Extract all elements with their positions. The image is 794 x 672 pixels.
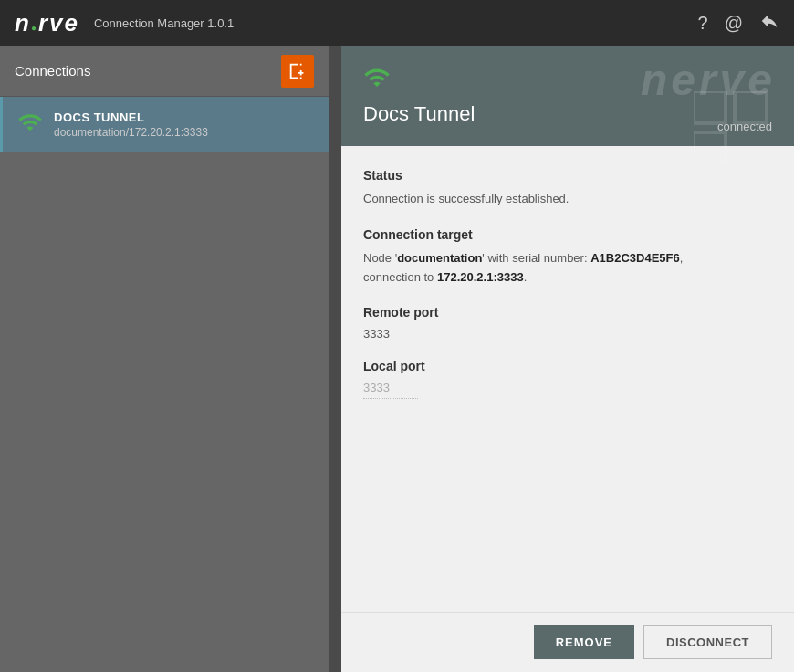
connection-list: DOCS TUNNEL documentation/172.20.2.1:333… — [0, 97, 329, 672]
app-logo: n●rve — [15, 9, 79, 37]
footer-buttons: REMOVE DISCONNECT — [341, 612, 794, 672]
connection-item-info: DOCS TUNNEL documentation/172.20.2.1:333… — [54, 110, 208, 139]
header-left: n●rve Connection Manager 1.0.1 — [15, 9, 234, 37]
remote-port-value: 3333 — [363, 327, 772, 341]
header-right: ? @ — [698, 11, 779, 36]
node-name: documentation — [397, 251, 482, 265]
app-title: Connection Manager 1.0.1 — [94, 16, 234, 30]
banner-status: connected — [717, 120, 772, 133]
disconnect-button[interactable]: DISCONNECT — [643, 625, 772, 659]
help-icon[interactable]: ? — [698, 13, 708, 34]
main-layout: Connections DOCS TUNNEL documentation/17… — [0, 46, 794, 672]
local-port-label: Local port — [363, 359, 772, 373]
sidebar-header: Connections — [0, 46, 329, 97]
right-panel: nerve Docs Tunnel connected Status Conne… — [341, 46, 794, 672]
connection-item[interactable]: DOCS TUNNEL documentation/172.20.2.1:333… — [0, 97, 329, 152]
status-section-label: Status — [363, 168, 772, 183]
local-port-value: 3333 — [363, 381, 418, 399]
connection-target-text: Node 'documentation' with serial number:… — [363, 249, 772, 288]
at-icon[interactable]: @ — [725, 13, 743, 34]
banner-title: Docs Tunnel — [363, 102, 772, 126]
connection-banner: nerve Docs Tunnel connected — [341, 46, 794, 146]
details-panel: Status Connection is successfully establ… — [341, 146, 794, 612]
panel-divider — [329, 46, 341, 672]
sidebar: Connections DOCS TUNNEL documentation/17… — [0, 46, 329, 672]
connection-network-icon — [17, 110, 43, 139]
remote-port-label: Remote port — [363, 305, 772, 320]
target-ip: 172.20.2.1:3333 — [437, 270, 524, 284]
connection-item-address: documentation/172.20.2.1:3333 — [54, 126, 208, 139]
exit-icon[interactable] — [759, 11, 779, 36]
remove-button[interactable]: REMOVE — [534, 625, 634, 659]
sidebar-title: Connections — [15, 63, 90, 79]
connection-target-label: Connection target — [363, 227, 772, 242]
new-connection-button[interactable] — [281, 55, 314, 88]
serial-number: A1B2C3D4E5F6 — [590, 251, 680, 265]
status-text: Connection is successfully established. — [363, 190, 772, 209]
banner-connection-icon — [363, 64, 772, 95]
connection-item-name: DOCS TUNNEL — [54, 110, 208, 124]
new-connection-icon — [287, 61, 308, 81]
header: n●rve Connection Manager 1.0.1 ? @ — [0, 0, 794, 46]
